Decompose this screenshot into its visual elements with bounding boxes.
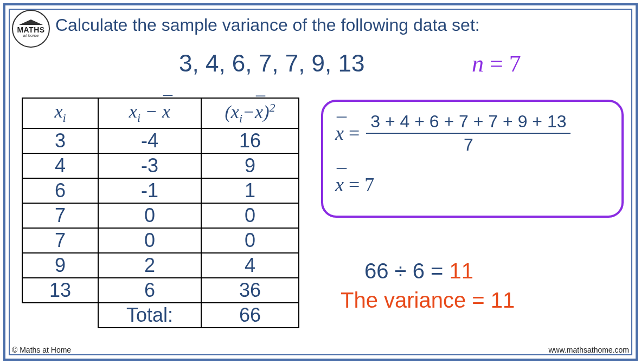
mean-result: x¯ = 7	[335, 173, 610, 196]
table-header-row: xi xi − x¯ (xi−x¯)2	[22, 98, 299, 128]
mean-fraction: 3 + 4 + 6 + 7 + 7 + 9 + 13 7	[366, 112, 571, 155]
table-row: 4-39	[22, 153, 299, 178]
table-row: 6-11	[22, 178, 299, 203]
table-row: 13636	[22, 278, 299, 303]
footer-copyright: © Maths at Home	[12, 346, 71, 354]
roof-icon	[19, 20, 43, 25]
total-label: Total:	[98, 303, 201, 328]
table-total-row: Total:66	[22, 303, 299, 328]
page-title: Calculate the sample variance of the fol…	[55, 15, 480, 35]
header-xi: xi	[22, 98, 98, 128]
logo-sub-text: at home	[23, 34, 39, 38]
mean-denominator: 7	[464, 134, 473, 155]
variance-statement: The variance = 11	[341, 288, 515, 313]
table-row: 700	[22, 228, 299, 253]
header-squared-deviation: (xi−x¯)2	[201, 98, 299, 128]
table-row: 3-416	[22, 128, 299, 153]
mean-fraction-line: x¯ = 3 + 4 + 6 + 7 + 7 + 9 + 13 7	[335, 112, 610, 155]
total-value: 66	[201, 303, 299, 328]
sample-size-equation: n = 7	[472, 50, 521, 77]
calculation-table: xi xi − x¯ (xi−x¯)2 3-416 4-39 6-11 700 …	[22, 98, 299, 328]
footer-url: www.mathsathome.com	[548, 346, 629, 354]
logo-main-text: MATHS	[17, 26, 44, 34]
header-deviation: xi − x¯	[98, 98, 201, 128]
logo-badge: MATHS at home	[12, 10, 50, 48]
mean-numerator: 3 + 4 + 6 + 7 + 7 + 9 + 13	[366, 112, 571, 134]
table-row: 924	[22, 253, 299, 278]
xbar-equals: x¯ =	[335, 122, 360, 145]
data-set-values: 3, 4, 6, 7, 7, 9, 13	[179, 50, 364, 77]
variance-division: 66 ÷ 6 = 11	[364, 259, 473, 283]
table-row: 700	[22, 203, 299, 228]
mean-calculation-box: x¯ = 3 + 4 + 6 + 7 + 7 + 9 + 13 7 x¯ = 7	[321, 100, 624, 218]
